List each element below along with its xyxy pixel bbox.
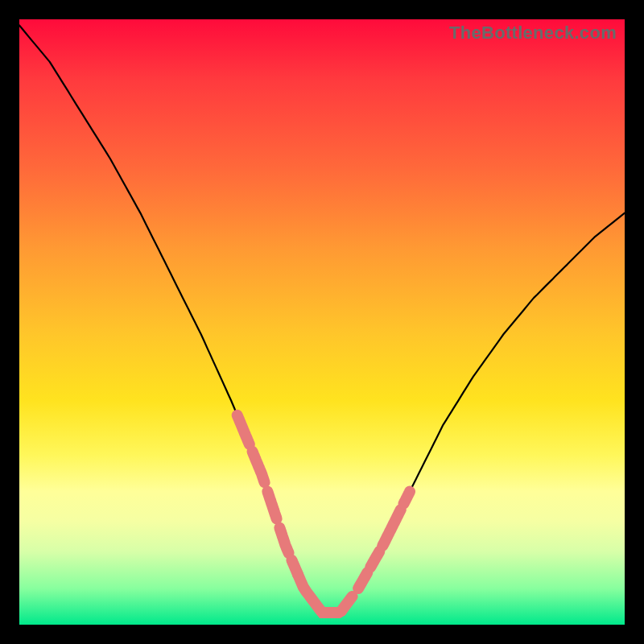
plot-area: TheBottleneck.com: [19, 19, 625, 625]
bead-left-3: [267, 492, 276, 519]
bead-left-5: [291, 560, 298, 575]
bead-right-2: [370, 551, 379, 568]
curve-svg: [19, 19, 625, 625]
bead-left-2: [253, 452, 265, 482]
bead-right-1: [358, 572, 367, 588]
bottleneck-curve: [19, 26, 625, 613]
bead-right-3: [382, 510, 401, 546]
bead-flat-bottom: [298, 574, 353, 613]
chart-frame: TheBottleneck.com: [0, 0, 644, 644]
bead-group: [237, 415, 410, 613]
bead-left-1: [237, 415, 250, 444]
bead-right-4: [404, 492, 411, 504]
bead-left-4: [279, 528, 288, 553]
